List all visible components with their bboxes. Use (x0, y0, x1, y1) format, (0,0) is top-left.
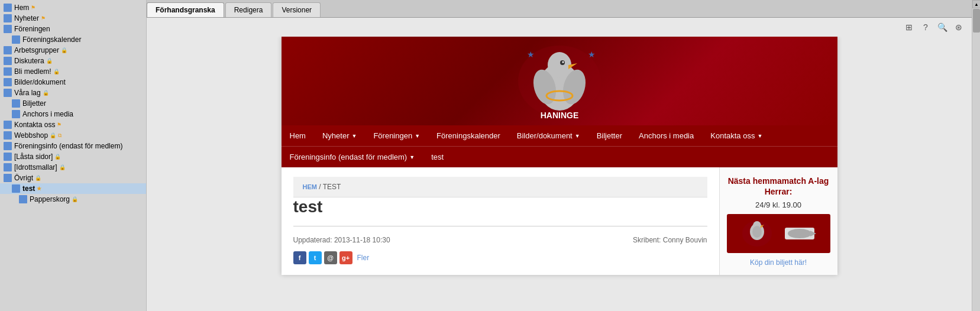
page-meta: Uppdaterad: 2013-11-18 10:30 Skribent: C… (293, 236, 707, 244)
buy-ticket-link[interactable]: Köp din biljett här! (750, 258, 807, 267)
sidebar-item-papperskorg[interactable]: Papperskorg 🔒 (0, 194, 146, 205)
sidebar-item-biljetter[interactable]: Biljetter (0, 98, 146, 109)
ext-icon-webbshop: ⧉ (58, 132, 62, 139)
scrollbar: ▲ (972, 0, 980, 311)
sidebar-label-vara-lag: Våra lag (14, 89, 41, 97)
lock-icon-papperskorg: 🔒 (72, 196, 78, 202)
site-header: HANINGE ★ ★ (282, 37, 837, 125)
nav-item-foreningskalender[interactable]: Föreningskalender (428, 125, 509, 146)
nav-item-test[interactable]: test (423, 147, 452, 167)
sidebar-label-diskutera: Diskutera (14, 57, 44, 65)
page-icon-bilder-dokument (4, 78, 12, 86)
sidebar-label-biljetter: Biljetter (22, 99, 46, 108)
svg-text:★: ★ (527, 50, 535, 59)
sidebar-item-idrottsmallar[interactable]: [Idrottsmallar] 🔒 (0, 162, 146, 173)
page-updated: Uppdaterad: 2013-11-18 10:30 (293, 236, 390, 244)
away-team-logo: AWAY (782, 219, 817, 248)
fler-link[interactable]: Fler (357, 254, 370, 262)
sidebar-item-test[interactable]: test ★ (0, 183, 146, 194)
toolbar: ⊞ ? 🔍 ⊛ (147, 18, 972, 37)
page-icon-test (12, 184, 20, 193)
sidebar-item-anchors-media[interactable]: Anchors i media (0, 109, 146, 119)
twitter-share-button[interactable]: t (309, 251, 322, 264)
sidebar-resize-handle[interactable] (143, 0, 146, 311)
page-icon-arbetsgrupper (4, 46, 12, 54)
search-icon[interactable]: 🔍 (936, 21, 948, 33)
page-title: test (293, 197, 707, 216)
svg-point-2 (548, 52, 571, 78)
sidebar-item-webbshop[interactable]: Webbshop 🔒 ⧉ (0, 130, 146, 141)
breadcrumb-current: TEST (323, 183, 341, 191)
nav-item-foreningsinfo[interactable]: Föreningsinfo (endast för medlem) ▼ (282, 147, 423, 167)
flag-icon-kontakta-oss: ⚑ (57, 122, 62, 128)
flag-icon-hem: ⚑ (31, 5, 35, 11)
lock-icon-lasta-sidor: 🔒 (54, 154, 61, 160)
sidebar-item-foreningen[interactable]: Föreningen (0, 24, 146, 34)
page-icon-papperskorg (19, 195, 27, 203)
nav-item-nyheter[interactable]: Nyheter ▼ (314, 125, 365, 146)
tab-redigera[interactable]: Redigera (225, 2, 272, 17)
page-icon-nyheter (4, 14, 12, 22)
sidebar-item-foreningsinfo[interactable]: Föreningsinfo (endast för medlem) (0, 141, 146, 151)
breadcrumb: HEM / TEST (293, 177, 707, 197)
tab-bar: Förhandsgranska Redigera Versioner (147, 0, 972, 18)
sidebar-label-nyheter: Nyheter (14, 14, 39, 22)
nav-item-kontakta-oss[interactable]: Kontakta oss ▼ (702, 125, 771, 146)
nav-item-hem[interactable]: Hem (282, 125, 314, 146)
nav-item-biljetter[interactable]: Biljetter (588, 125, 630, 146)
sidebar-item-kontakta-oss[interactable]: Kontakta oss ⚑ (0, 119, 146, 130)
lock-icon-vara-lag: 🔒 (43, 90, 49, 96)
sidebar-label-lasta-sidor: [Låsta sidor] (14, 153, 53, 161)
email-share-button[interactable]: @ (324, 251, 337, 264)
page-icon-biljetter (12, 99, 20, 108)
page-body: HEM / TEST test Uppdaterad: 2013-11-18 1… (282, 167, 837, 275)
website-preview: HANINGE ★ ★ Hem Nyheter ▼ Föreningen ▼ F… (282, 37, 837, 275)
breadcrumb-home[interactable]: HEM (303, 183, 317, 190)
widget-date: 24/9 kl. 19.00 (727, 200, 830, 209)
sidebar-label-test: test (22, 184, 35, 193)
sitemap-icon[interactable]: ⊞ (903, 21, 915, 33)
sidebar-label-idrottsmallar: [Idrottsmallar] (14, 163, 57, 171)
googleplus-share-button[interactable]: g+ (339, 251, 352, 264)
site-nav-row2: Föreningsinfo (endast för medlem) ▼ test (282, 146, 837, 167)
sidebar-label-bli-medlem: Bli medlem! (14, 67, 51, 76)
sidebar-item-foreningskalender[interactable]: Föreningskalender (0, 34, 146, 45)
page-icon-diskutera (4, 57, 12, 65)
sidebar-item-hem[interactable]: Hem ⚑ (0, 2, 146, 13)
sidebar: Hem ⚑ Nyheter ⚑ Föreningen Föreningskale… (0, 0, 147, 311)
sidebar-label-ovrigt: Övrigt (14, 174, 33, 182)
rss-icon[interactable]: ⊛ (953, 21, 965, 33)
nav-item-foreningen[interactable]: Föreningen ▼ (365, 125, 428, 146)
scroll-thumb[interactable] (973, 9, 980, 33)
page-author: Skribent: Conny Bouvin (633, 236, 707, 244)
page-icon-foreningsinfo (4, 142, 12, 150)
sidebar-label-bilder-dokument: Bilder/dokument (14, 78, 66, 86)
sidebar-label-hem: Hem (14, 4, 29, 12)
page-icon-foreningen (4, 25, 12, 33)
sidebar-item-nyheter[interactable]: Nyheter ⚑ (0, 13, 146, 24)
sidebar-label-anchors-media: Anchors i media (22, 110, 73, 118)
sidebar-item-ovrigt[interactable]: Övrigt 🔒 (0, 173, 146, 183)
sidebar-item-diskutera[interactable]: Diskutera 🔒 (0, 56, 146, 66)
lock-icon-diskutera: 🔒 (46, 58, 53, 64)
nav-item-bilder-dokument[interactable]: Bilder/dokument ▼ (509, 125, 588, 146)
flag-icon-nyheter: ⚑ (41, 15, 46, 21)
lock-icon-arbetsgrupper: 🔒 (61, 47, 67, 53)
sidebar-label-foreningskalender: Föreningskalender (22, 35, 81, 44)
sidebar-item-lasta-sidor[interactable]: [Låsta sidor] 🔒 (0, 151, 146, 162)
question-icon[interactable]: ? (920, 21, 932, 33)
facebook-share-button[interactable]: f (293, 251, 306, 264)
sidebar-item-arbetsgrupper[interactable]: Arbetsgrupper 🔒 (0, 45, 146, 56)
tab-versioner[interactable]: Versioner (273, 2, 321, 17)
sidebar-label-foreningen: Föreningen (14, 25, 50, 33)
page-icon-vara-lag (4, 89, 12, 97)
sidebar-item-bilder-dokument[interactable]: Bilder/dokument (0, 77, 146, 88)
svg-point-19 (788, 229, 811, 238)
nav-item-anchors-media[interactable]: Anchors i media (630, 125, 702, 146)
sidebar-item-vara-lag[interactable]: Våra lag 🔒 (0, 88, 146, 98)
scroll-up-button[interactable]: ▲ (972, 0, 980, 8)
sidebar-item-bli-medlem[interactable]: Bli medlem! 🔒 (0, 66, 146, 77)
svg-point-16 (752, 226, 762, 238)
tab-forhandsgranskning[interactable]: Förhandsgranska (147, 2, 224, 17)
main-panel: Förhandsgranska Redigera Versioner ⊞ ? 🔍… (147, 0, 972, 311)
